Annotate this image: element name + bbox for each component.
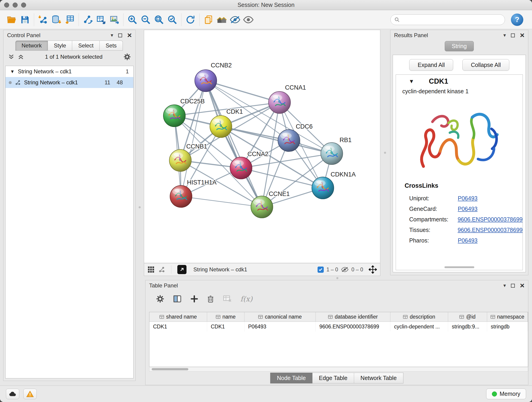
selected-elements-checkbox[interactable] [317, 267, 324, 273]
network-from-table-button[interactable] [94, 13, 108, 27]
show-all-button[interactable] [242, 13, 255, 27]
clone-network-button[interactable] [202, 13, 215, 27]
create-column-plus-icon[interactable] [190, 295, 198, 303]
table-cell[interactable]: stringdb:9... [448, 322, 487, 332]
crosslink-link[interactable]: P06493 [458, 206, 477, 212]
network-node[interactable] [163, 105, 185, 127]
network-node[interactable] [278, 129, 300, 152]
open-file-button[interactable] [5, 13, 18, 27]
window-minimize-button[interactable] [13, 2, 18, 7]
search-input[interactable] [402, 17, 501, 23]
network-node[interactable] [268, 91, 291, 114]
zoom-fit-button[interactable] [152, 13, 166, 27]
refresh-button[interactable] [184, 13, 197, 27]
pan-crosshair-icon[interactable] [369, 265, 377, 274]
network-graph[interactable]: CCNB2CCNA1CDC25BCDK1CDC6RB1CCNB1CCNA2CDK… [144, 30, 380, 263]
tab-edge-table[interactable]: Edge Table [312, 373, 354, 383]
column-header-namespace[interactable]: namespace [487, 312, 528, 322]
table-cell[interactable]: 9606.ENSP00000378699 [316, 322, 390, 332]
results-scrollbar-thumb[interactable] [444, 266, 474, 268]
hidden-elements-icon[interactable] [341, 267, 349, 273]
export-image-button[interactable] [108, 13, 121, 27]
float-panel-icon[interactable] [511, 33, 515, 37]
tab-network-table[interactable]: Network Table [354, 373, 403, 383]
warnings-button[interactable] [23, 389, 37, 399]
table-cell[interactable]: CDK1 [207, 322, 244, 332]
tab-sets[interactable]: Sets [100, 41, 123, 51]
zoom-selected-button[interactable] [166, 13, 179, 27]
network-collection-row[interactable]: ▼ String Network – cdk1 1 [6, 66, 133, 77]
table-horizontal-scrollbar[interactable] [149, 367, 528, 371]
help-button[interactable]: ? [511, 13, 523, 26]
crosslink-link[interactable]: P06493 [458, 237, 477, 244]
cloud-button[interactable] [6, 389, 19, 399]
network-node[interactable] [251, 196, 273, 218]
crosslink-link[interactable]: 9606.ENSP00000378699 [457, 227, 523, 233]
open-in-new-window-button[interactable] [177, 265, 186, 274]
column-header-database-identifier[interactable]: database identifier [316, 312, 390, 322]
network-node[interactable] [195, 70, 217, 92]
collapse-all-button[interactable]: Collapse All [462, 59, 509, 71]
import-network-button[interactable] [36, 13, 50, 27]
horizontal-splitter-handle[interactable] [336, 277, 338, 279]
column-header-shared-name[interactable]: shared name [149, 312, 207, 322]
column-header-canonical-name[interactable]: canonical name [244, 312, 316, 322]
network-overview-share-icon[interactable] [158, 266, 165, 273]
delete-column-trash-icon[interactable] [207, 295, 214, 303]
table-cell[interactable]: cyclin-dependent ... [390, 322, 448, 332]
new-network-from-selection-button[interactable] [81, 13, 94, 27]
column-header-description[interactable]: description [390, 312, 448, 322]
collapse-panel-icon[interactable]: ▾ [503, 283, 506, 288]
network-node[interactable] [312, 177, 334, 199]
network-edge[interactable] [206, 81, 279, 102]
birds-eye-view-icon[interactable] [147, 266, 155, 273]
memory-button[interactable]: Memory [486, 389, 526, 399]
expand-all-icon[interactable] [18, 54, 24, 60]
save-session-button[interactable] [18, 13, 32, 27]
gene-disclosure-triangle-icon[interactable]: ▼ [409, 78, 414, 85]
expand-all-button[interactable]: Expand All [409, 59, 453, 71]
disclosure-triangle-icon[interactable]: ▼ [10, 69, 15, 74]
close-panel-icon[interactable]: × [520, 282, 525, 288]
table-cell[interactable]: P06493 [244, 322, 316, 332]
network-row-selected[interactable]: String Network – cdk1 11 48 [6, 77, 133, 88]
collapse-panel-icon[interactable]: ▾ [111, 32, 113, 38]
vertical-splitter-handle[interactable] [384, 152, 386, 154]
network-node[interactable] [169, 149, 191, 172]
import-network-from-database-button[interactable] [50, 13, 63, 27]
network-node[interactable] [230, 157, 252, 179]
column-header-@id[interactable]: @id [448, 312, 487, 322]
zoom-out-button[interactable] [139, 13, 152, 27]
tab-network[interactable]: Network [15, 41, 48, 51]
scrollbar-thumb[interactable] [152, 368, 188, 370]
window-zoom-button[interactable] [21, 2, 26, 7]
hide-selected-button[interactable] [228, 13, 242, 27]
home-button[interactable] [215, 13, 228, 27]
collapse-all-icon[interactable] [8, 54, 14, 60]
window-close-button[interactable] [4, 2, 9, 7]
column-header-name[interactable]: name [207, 312, 244, 322]
crosslink-link[interactable]: P06493 [458, 195, 477, 202]
table-row[interactable]: CDK1CDK1P064939606.ENSP00000378699cyclin… [149, 322, 528, 332]
network-edge[interactable] [181, 196, 262, 207]
crosslink-link[interactable]: 9606.ENSP00000378699 [457, 216, 523, 223]
collapse-panel-icon[interactable]: ▾ [503, 32, 506, 38]
zoom-in-button[interactable] [126, 13, 139, 27]
close-panel-icon[interactable]: × [127, 32, 132, 38]
tab-node-table[interactable]: Node Table [270, 373, 312, 383]
network-edge[interactable] [221, 127, 332, 153]
import-table-button[interactable] [63, 13, 76, 27]
float-panel-icon[interactable] [511, 284, 515, 288]
table-cell[interactable]: stringdb [487, 322, 528, 332]
network-edge[interactable] [206, 81, 262, 207]
table-settings-gear-icon[interactable] [156, 295, 164, 303]
vertical-splitter-handle[interactable] [139, 206, 141, 208]
network-node[interactable] [170, 185, 192, 207]
float-panel-icon[interactable] [118, 33, 122, 37]
tab-string[interactable]: String [445, 41, 474, 51]
tab-style[interactable]: Style [48, 41, 72, 51]
table-cell[interactable]: CDK1 [149, 322, 207, 332]
network-view[interactable]: CCNB2CCNA1CDC25BCDK1CDC6RB1CCNB1CCNA2CDK… [144, 30, 380, 263]
show-columns-icon[interactable] [173, 295, 182, 303]
gear-icon[interactable] [123, 53, 131, 61]
